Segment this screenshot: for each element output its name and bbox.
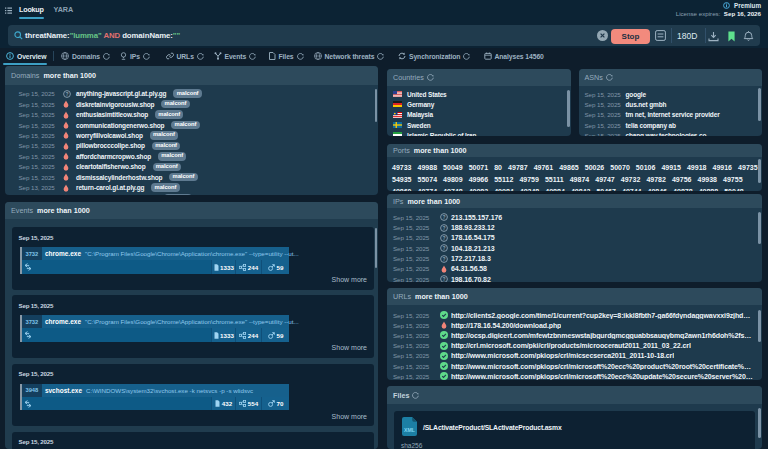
svg-text:?: ? bbox=[442, 215, 445, 220]
svg-text:?: ? bbox=[442, 236, 445, 241]
svg-text:?: ? bbox=[442, 225, 445, 230]
svg-text:?: ? bbox=[442, 256, 445, 261]
svg-text:?: ? bbox=[442, 277, 445, 282]
svg-text:?: ? bbox=[65, 91, 68, 96]
svg-text:?: ? bbox=[442, 246, 445, 251]
svg-text:XML: XML bbox=[404, 427, 416, 433]
